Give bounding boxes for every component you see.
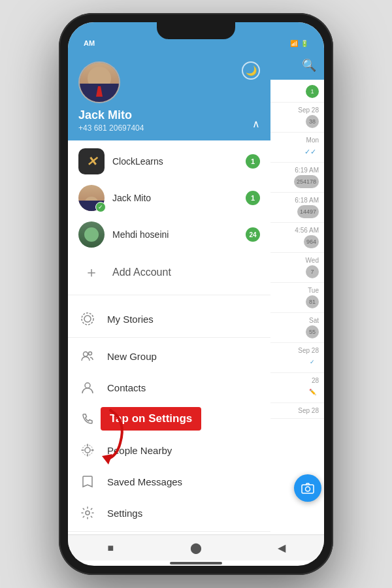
chat-time: Sep 28: [298, 407, 319, 414]
drawer: 🌙 Jack Mito +43 681 20697404 ∧ ✕ ClockLe…: [68, 51, 270, 534]
menu-contacts[interactable]: Contacts: [68, 372, 270, 403]
my-stories-label: My Stories: [107, 314, 154, 325]
account-clocklearns[interactable]: ✕ ClockLearns 1: [68, 143, 270, 180]
chat-badge: 81: [306, 295, 319, 308]
menu-new-group[interactable]: New Group: [68, 340, 270, 372]
svg-point-5: [85, 448, 90, 453]
settings-icon: [78, 504, 97, 522]
chat-time: Tue: [308, 287, 319, 294]
bottom-nav: ■ ⬤ ◀: [68, 534, 324, 561]
chat-item[interactable]: Sep 28 ✓: [270, 343, 324, 373]
chat-item[interactable]: 28 ✏️: [270, 373, 324, 403]
tap-settings-badge: Tap on Settings: [101, 407, 201, 431]
phone-wrapper: AM 📶 🔋: [0, 0, 392, 588]
camera-fab-button[interactable]: [294, 474, 321, 502]
contacts-label: Contacts: [107, 382, 146, 393]
chat-list: 1 Sep 28 38 Mon ✓✓ 6:19 AM 254178: [270, 80, 324, 534]
menu-list: My Stories: [68, 301, 270, 534]
nav-home-button[interactable]: ⬤: [184, 540, 208, 556]
chat-item[interactable]: 1: [270, 80, 324, 103]
avatar-tie: [96, 86, 103, 97]
signal-icon: 📶: [290, 40, 298, 47]
avatar-shirt: [80, 84, 119, 102]
chat-panel: 🔍 1 Sep 28 38 Mon ✓✓: [270, 51, 324, 534]
svg-point-12: [306, 487, 310, 491]
status-indicators: 📶 🔋: [290, 40, 308, 47]
jackmito-avatar-wrapper: ✓: [78, 185, 105, 211]
drawer-header: 🌙 Jack Mito +43 681 20697404 ∧: [68, 51, 270, 140]
chevron-up-icon[interactable]: ∧: [252, 118, 260, 130]
menu-saved-messages[interactable]: Saved Messages: [68, 466, 270, 497]
add-account-label: Add Account: [112, 267, 171, 278]
clocklearns-avatar: ✕: [78, 148, 105, 174]
chat-item[interactable]: Mon ✓✓: [270, 133, 324, 163]
account-list: ✕ ClockLearns 1: [68, 140, 270, 295]
nav-square-button[interactable]: ■: [99, 540, 122, 556]
mehdi-name: Mehdi hoseini: [112, 229, 238, 240]
add-account-button[interactable]: ＋ Add Account: [68, 253, 270, 292]
new-group-icon: [78, 347, 97, 365]
mehdi-badge: 24: [246, 227, 260, 242]
chat-item[interactable]: 6:18 AM 14497: [270, 193, 324, 223]
chat-time: Sat: [309, 317, 319, 324]
notch: [157, 22, 235, 39]
mehdi-avatar-wrapper: [78, 221, 105, 248]
menu-settings[interactable]: Settings: [68, 497, 270, 529]
svg-point-1: [84, 316, 91, 322]
saved-messages-label: Saved Messages: [107, 476, 182, 487]
mehdi-avatar: [78, 221, 105, 248]
clocklearns-logo: ✕: [78, 148, 105, 174]
chat-time: Sep 28: [298, 106, 319, 114]
saved-messages-icon: [78, 472, 97, 491]
account-mehdi[interactable]: Mehdi hoseini 24: [68, 216, 270, 253]
home-indicator: [68, 561, 324, 566]
chat-time: 4:56 AM: [295, 227, 319, 234]
jackmito-name: Jack Mito: [112, 193, 238, 203]
people-nearby-label: People Nearby: [107, 445, 172, 456]
svg-point-0: [82, 313, 93, 325]
chat-badge: 55: [306, 325, 319, 338]
chat-badge: 14497: [297, 205, 319, 218]
chat-item[interactable]: 4:56 AM 964: [270, 223, 324, 253]
chat-item[interactable]: Sat 55: [270, 313, 324, 343]
clocklearns-name: ClockLearns: [112, 156, 238, 167]
chat-badge: ✓: [306, 355, 319, 368]
chat-badge: ✏️: [306, 385, 319, 399]
chat-item[interactable]: Tue 81: [270, 283, 324, 313]
avatar: [78, 61, 120, 103]
chat-time: Wed: [306, 257, 319, 264]
chat-item[interactable]: Sep 28: [270, 403, 324, 419]
chat-badge: 38: [306, 115, 319, 128]
phone-screen: AM 📶 🔋: [68, 22, 324, 566]
menu-calls[interactable]: Tap on Settings: [68, 403, 270, 434]
menu-my-stories[interactable]: My Stories: [68, 303, 270, 335]
svg-point-3: [89, 352, 92, 355]
phone-frame: AM 📶 🔋: [59, 13, 333, 575]
chat-time: 6:18 AM: [295, 197, 319, 204]
avatar-face: [80, 63, 119, 102]
search-icon[interactable]: 🔍: [302, 58, 316, 73]
stories-icon: [78, 310, 97, 328]
chat-item[interactable]: Wed 7: [270, 253, 324, 283]
account-jackmito[interactable]: ✓ Jack Mito 1: [68, 180, 270, 216]
contacts-icon: [78, 378, 97, 397]
moon-icon[interactable]: 🌙: [242, 61, 260, 80]
svg-rect-11: [302, 485, 314, 493]
chat-badge: 7: [306, 265, 319, 278]
chat-badge: 964: [304, 235, 319, 248]
jackmito-badge: 1: [246, 191, 260, 205]
svg-point-2: [84, 352, 88, 357]
people-nearby-icon: [78, 441, 97, 459]
calls-icon: [78, 410, 97, 428]
chat-item[interactable]: Sep 28 38: [270, 103, 324, 133]
settings-label: Settings: [107, 508, 142, 519]
nav-back-button[interactable]: ◀: [270, 540, 293, 556]
clocklearns-badge: 1: [246, 154, 260, 169]
menu-people-nearby[interactable]: People Nearby: [68, 434, 270, 466]
home-bar: [170, 562, 222, 564]
chat-item[interactable]: 6:19 AM 254178: [270, 163, 324, 193]
svg-point-8: [86, 511, 90, 515]
chat-search-bar: 🔍: [270, 51, 324, 80]
new-group-label: New Group: [107, 351, 157, 362]
chat-time: Mon: [306, 137, 319, 144]
